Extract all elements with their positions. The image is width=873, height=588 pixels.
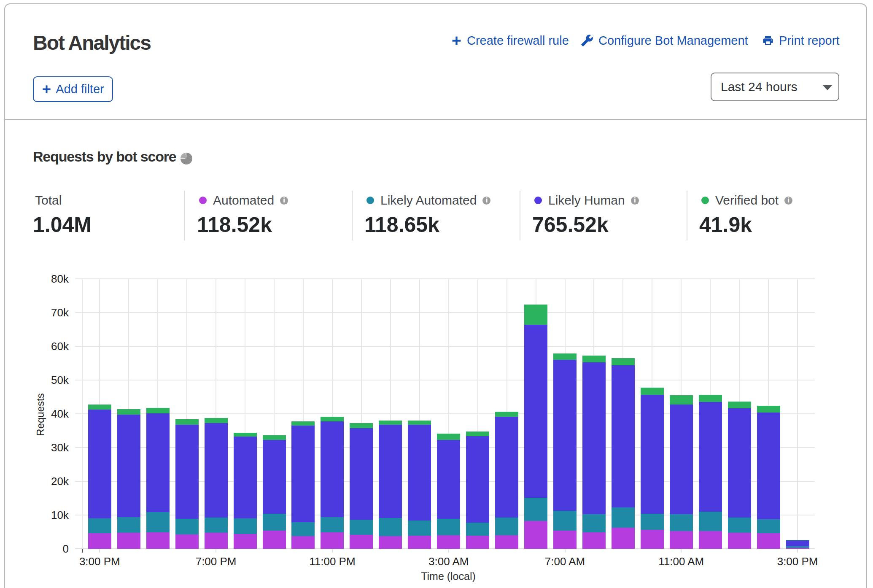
bar-segment-likely-human	[641, 395, 664, 514]
info-icon[interactable]: i	[631, 197, 639, 205]
bar-segment-likely-human	[582, 362, 606, 514]
stat-divider	[687, 191, 687, 240]
bar-16[interactable]	[553, 353, 577, 549]
x-tick	[99, 549, 100, 553]
bar-18[interactable]	[612, 358, 635, 549]
bar-3[interactable]	[175, 419, 199, 549]
add-filter-button[interactable]: Add filter	[33, 76, 113, 102]
bar-24[interactable]	[786, 540, 809, 549]
info-icon[interactable]: i	[482, 197, 490, 205]
stat-likely-human-legend-dot	[534, 197, 542, 204]
bar-segment-likely-automated	[699, 512, 722, 531]
bar-20[interactable]	[670, 395, 693, 549]
bar-segment-likely-human	[321, 421, 344, 517]
bar-19[interactable]	[641, 388, 664, 549]
bar-17[interactable]	[582, 356, 606, 549]
bar-13[interactable]	[466, 432, 489, 549]
bar-segment-likely-automated	[321, 517, 344, 532]
x-tick-label: 7:00 AM	[527, 555, 603, 568]
print-report-link[interactable]: Print report	[762, 30, 839, 51]
bar-segment-likely-human	[291, 426, 315, 522]
bar-11[interactable]	[408, 421, 431, 549]
bar-segment-verified-bot	[88, 405, 111, 409]
bar-segment-likely-automated	[553, 511, 577, 531]
bar-23[interactable]	[757, 406, 780, 549]
bar-segment-likely-human	[205, 423, 228, 517]
time-range-select[interactable]: Last 24 hours	[711, 73, 839, 101]
y-tick-label: 10k	[27, 509, 69, 522]
bar-segment-automated	[117, 533, 140, 549]
y-tick-label: 50k	[27, 374, 69, 387]
bar-segment-verified-bot	[553, 353, 577, 360]
gridline-horizontal	[75, 312, 815, 313]
stat-verified-bot-label: Verified bot	[715, 193, 779, 208]
gridline-horizontal	[75, 380, 815, 380]
info-icon[interactable]: i	[784, 197, 792, 205]
y-tick-label: 70k	[27, 306, 69, 319]
bar-segment-likely-automated	[495, 518, 518, 535]
print-report-label: Print report	[779, 34, 839, 48]
bar-6[interactable]	[263, 435, 286, 549]
bar-segment-automated	[234, 534, 257, 549]
create-firewall-rule-link[interactable]: Create firewall rule	[451, 30, 569, 51]
time-range-value: Last 24 hours	[721, 80, 798, 94]
bar-segment-verified-bot	[175, 419, 199, 425]
bar-segment-likely-automated	[582, 514, 606, 533]
bar-segment-likely-automated	[117, 517, 140, 533]
x-tick-label: 11:00 AM	[643, 555, 719, 568]
bar-0[interactable]	[88, 405, 111, 549]
bar-segment-likely-human	[728, 408, 751, 518]
y-tick-label: 40k	[27, 407, 69, 421]
stat-likely-automated-legend-dot	[366, 197, 374, 204]
bar-12[interactable]	[437, 434, 460, 549]
bar-segment-likely-automated	[88, 518, 111, 533]
configure-bot-management-link[interactable]: Configure Bot Management	[581, 30, 748, 51]
bar-7[interactable]	[291, 421, 315, 549]
bar-segment-automated	[88, 533, 111, 549]
stat-automated-legend-dot	[199, 197, 207, 204]
info-icon[interactable]: i	[280, 197, 288, 205]
bar-segment-automated	[379, 536, 402, 549]
bar-segment-automated	[553, 531, 577, 549]
add-filter-label: Add filter	[56, 82, 104, 96]
stat-verified-bot-header: Verified boti	[701, 194, 792, 207]
bar-segment-likely-automated	[408, 521, 431, 536]
x-tick-label: 11:00 PM	[294, 555, 370, 568]
gridline-horizontal	[75, 346, 815, 347]
bar-22[interactable]	[728, 402, 751, 549]
bar-segment-automated	[495, 535, 518, 549]
plus-icon	[451, 35, 462, 46]
bar-segment-automated	[612, 528, 635, 549]
bar-2[interactable]	[146, 408, 170, 549]
bar-8[interactable]	[321, 417, 344, 549]
x-tick	[565, 549, 566, 553]
bar-4[interactable]	[205, 418, 228, 549]
bar-segment-likely-human	[146, 413, 170, 512]
bar-segment-verified-bot	[263, 435, 286, 440]
bar-9[interactable]	[350, 423, 373, 549]
bar-segment-automated	[466, 536, 489, 549]
bar-21[interactable]	[699, 395, 722, 549]
bar-segment-likely-human	[408, 425, 431, 520]
page-title: Bot Analytics	[33, 32, 151, 54]
x-tick-label: 7:00 PM	[178, 555, 254, 568]
bar-14[interactable]	[495, 412, 518, 549]
bar-segment-likely-human	[786, 540, 809, 547]
chevron-down-icon	[823, 85, 832, 90]
bar-segment-likely-human	[553, 360, 577, 511]
bar-segment-automated	[146, 532, 170, 549]
bar-segment-likely-automated	[146, 512, 170, 532]
bar-1[interactable]	[117, 409, 140, 549]
bar-10[interactable]	[379, 421, 402, 549]
bar-segment-likely-automated	[524, 498, 547, 521]
bar-segment-likely-human	[379, 425, 402, 518]
bar-segment-likely-automated	[728, 518, 751, 532]
bar-segment-automated	[437, 535, 460, 549]
bar-5[interactable]	[234, 433, 257, 549]
bar-segment-likely-human	[175, 425, 199, 519]
bar-segment-likely-automated	[612, 507, 635, 528]
bar-segment-automated	[408, 536, 431, 549]
x-tick	[216, 549, 216, 553]
header-divider	[5, 119, 867, 120]
bar-15[interactable]	[524, 305, 547, 549]
